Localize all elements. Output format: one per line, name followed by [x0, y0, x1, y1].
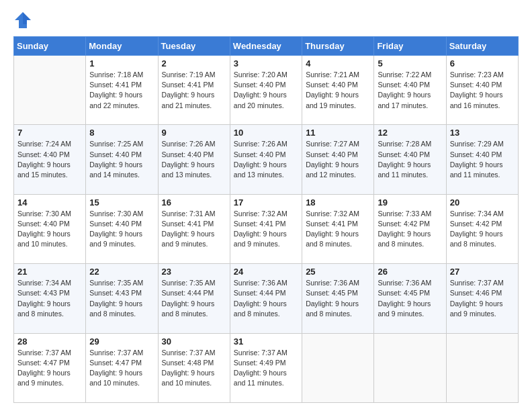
cell-line: Sunset: 4:41 PM [89, 80, 154, 90]
day-number: 21 [17, 267, 82, 277]
cell-line: and 9 minutes. [378, 309, 442, 319]
cell-line: Sunset: 4:40 PM [162, 150, 226, 160]
cell-line: and 11 minutes. [234, 378, 298, 388]
calendar-cell: 16Sunrise: 7:31 AMSunset: 4:41 PMDayligh… [158, 194, 230, 263]
cell-line: Daylight: 9 hours [378, 229, 442, 239]
calendar-cell [14, 56, 86, 125]
calendar-cell: 12Sunrise: 7:28 AMSunset: 4:40 PMDayligh… [374, 125, 446, 194]
cell-line: and 15 minutes. [17, 170, 82, 180]
calendar-cell: 23Sunrise: 7:35 AMSunset: 4:44 PMDayligh… [158, 264, 230, 333]
cell-line: Sunrise: 7:32 AM [234, 209, 298, 219]
cell-line: Daylight: 9 hours [306, 90, 370, 100]
cell-line: Sunrise: 7:37 AM [17, 348, 82, 358]
cell-line: Sunset: 4:47 PM [89, 358, 154, 368]
cell-line: and 8 minutes. [450, 239, 515, 249]
cell-line: Daylight: 9 hours [450, 90, 515, 100]
cell-line: Daylight: 9 hours [450, 299, 515, 309]
cell-line: Daylight: 9 hours [17, 368, 82, 378]
calendar-cell: 9Sunrise: 7:26 AMSunset: 4:40 PMDaylight… [158, 125, 230, 194]
cell-line: Sunrise: 7:24 AM [17, 139, 82, 149]
calendar-cell: 29Sunrise: 7:37 AMSunset: 4:47 PMDayligh… [86, 333, 158, 402]
calendar-cell [374, 333, 446, 402]
day-number: 11 [306, 128, 370, 138]
day-number: 27 [450, 267, 515, 277]
calendar-week-row: 21Sunrise: 7:34 AMSunset: 4:43 PMDayligh… [14, 264, 519, 333]
cell-line: Sunrise: 7:27 AM [306, 139, 370, 149]
calendar-cell: 7Sunrise: 7:24 AMSunset: 4:40 PMDaylight… [14, 125, 86, 194]
cell-line: Sunrise: 7:19 AM [162, 70, 226, 80]
day-number: 6 [450, 58, 515, 68]
cell-line: Daylight: 9 hours [89, 229, 154, 239]
cell-line: Sunset: 4:40 PM [234, 80, 298, 90]
page: SundayMondayTuesdayWednesdayThursdayFrid… [0, 0, 532, 411]
cell-line: Daylight: 9 hours [162, 160, 226, 170]
cell-line: Sunset: 4:42 PM [378, 219, 442, 229]
cell-line: Sunset: 4:43 PM [89, 288, 154, 298]
cell-line: Daylight: 9 hours [234, 368, 298, 378]
cell-line: Sunset: 4:40 PM [306, 150, 370, 160]
cell-line: Sunrise: 7:37 AM [234, 348, 298, 358]
cell-line: Sunset: 4:40 PM [17, 219, 82, 229]
cell-line: and 10 minutes. [89, 378, 154, 388]
day-number: 19 [378, 197, 442, 208]
calendar-cell: 20Sunrise: 7:34 AMSunset: 4:42 PMDayligh… [446, 194, 518, 263]
day-number: 30 [162, 336, 226, 347]
cell-line: Sunrise: 7:26 AM [234, 139, 298, 149]
cell-line: Daylight: 9 hours [17, 299, 82, 309]
cell-line: Sunrise: 7:22 AM [378, 70, 442, 80]
cell-line: Daylight: 9 hours [378, 299, 442, 309]
calendar-cell: 13Sunrise: 7:29 AMSunset: 4:40 PMDayligh… [446, 125, 518, 194]
calendar-cell: 1Sunrise: 7:18 AMSunset: 4:41 PMDaylight… [86, 56, 158, 125]
calendar-cell: 25Sunrise: 7:36 AMSunset: 4:45 PMDayligh… [302, 264, 374, 333]
day-number: 12 [378, 128, 442, 138]
day-number: 13 [450, 128, 515, 138]
cell-line: Sunrise: 7:30 AM [17, 209, 82, 219]
cell-line: Sunrise: 7:23 AM [450, 70, 515, 80]
calendar-cell: 15Sunrise: 7:30 AMSunset: 4:40 PMDayligh… [86, 194, 158, 263]
cell-line: and 11 minutes. [378, 170, 442, 180]
calendar-cell: 26Sunrise: 7:36 AMSunset: 4:45 PMDayligh… [374, 264, 446, 333]
cell-line: Daylight: 9 hours [306, 160, 370, 170]
cell-line: Sunset: 4:40 PM [17, 150, 82, 160]
calendar-table: SundayMondayTuesdayWednesdayThursdayFrid… [13, 36, 519, 403]
calendar-cell: 18Sunrise: 7:32 AMSunset: 4:41 PMDayligh… [302, 194, 374, 263]
cell-line: Sunset: 4:41 PM [306, 219, 370, 229]
day-number: 14 [17, 197, 82, 208]
cell-line: and 20 minutes. [234, 101, 298, 111]
cell-line: Sunset: 4:45 PM [306, 288, 370, 298]
calendar-cell [446, 333, 518, 402]
calendar-cell: 27Sunrise: 7:37 AMSunset: 4:46 PMDayligh… [446, 264, 518, 333]
calendar-header-row: SundayMondayTuesdayWednesdayThursdayFrid… [14, 37, 519, 56]
cell-line: Sunrise: 7:36 AM [234, 278, 298, 288]
cell-line: Sunset: 4:41 PM [162, 80, 226, 90]
cell-line: Sunrise: 7:36 AM [306, 278, 370, 288]
cell-line: and 21 minutes. [162, 101, 226, 111]
cell-line: Sunset: 4:40 PM [234, 150, 298, 160]
cell-line: Sunset: 4:40 PM [450, 80, 515, 90]
day-number: 3 [234, 58, 298, 68]
cell-line: Sunset: 4:40 PM [89, 219, 154, 229]
cell-line: Sunrise: 7:33 AM [378, 209, 442, 219]
weekday-header: Friday [374, 37, 446, 56]
cell-line: Sunrise: 7:21 AM [306, 70, 370, 80]
cell-line: Sunrise: 7:26 AM [162, 139, 226, 149]
cell-line: Sunset: 4:44 PM [234, 288, 298, 298]
cell-line: and 8 minutes. [234, 309, 298, 319]
day-number: 16 [162, 197, 226, 208]
cell-line: Sunset: 4:48 PM [162, 358, 226, 368]
cell-line: Daylight: 9 hours [234, 160, 298, 170]
cell-line: and 8 minutes. [17, 309, 82, 319]
weekday-header: Saturday [446, 37, 518, 56]
cell-line: and 11 minutes. [450, 170, 515, 180]
weekday-header: Sunday [14, 37, 86, 56]
cell-line: and 17 minutes. [378, 101, 442, 111]
cell-line: Sunset: 4:40 PM [378, 150, 442, 160]
calendar-cell: 30Sunrise: 7:37 AMSunset: 4:48 PMDayligh… [158, 333, 230, 402]
cell-line: and 13 minutes. [162, 170, 226, 180]
cell-line: Sunset: 4:49 PM [234, 358, 298, 368]
cell-line: Daylight: 9 hours [234, 299, 298, 309]
cell-line: and 10 minutes. [162, 378, 226, 388]
day-number: 17 [234, 197, 298, 208]
cell-line: Daylight: 9 hours [306, 229, 370, 239]
calendar-cell: 10Sunrise: 7:26 AMSunset: 4:40 PMDayligh… [230, 125, 302, 194]
